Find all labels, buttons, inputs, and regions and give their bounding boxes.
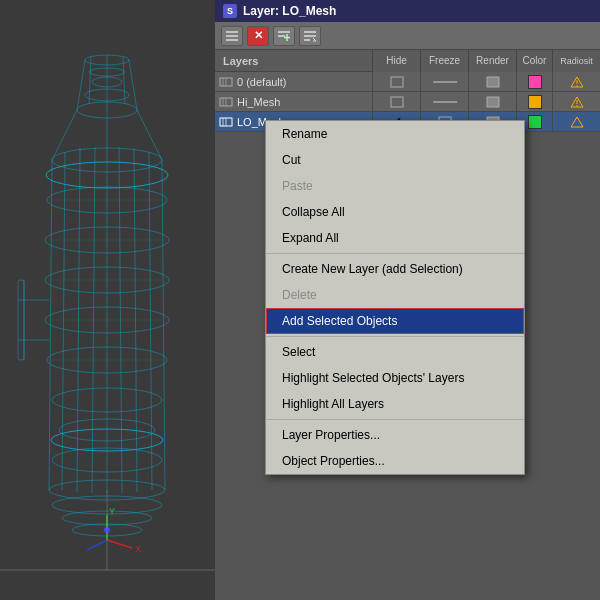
svg-rect-71 [487,77,499,87]
layer-cell-color-himesh[interactable] [516,92,552,112]
ctx-object-properties[interactable]: Object Properties... [266,448,524,474]
svg-text:Y: Y [109,506,115,516]
ctx-paste[interactable]: Paste [266,173,524,199]
layer-row-himesh[interactable]: Hi_Mesh [215,92,600,112]
layer-icon-lomesh [219,115,233,129]
layer-cell-hide-default[interactable] [372,72,420,92]
svg-rect-80 [487,97,499,107]
ctx-select[interactable]: Select [266,339,524,365]
close-toolbar-btn[interactable]: ✕ [247,26,269,46]
ctx-expand-all[interactable]: Expand All [266,225,524,251]
main-panel: S Layer: LO_Mesh ✕ [215,0,600,600]
layer-cell-radio-lomesh[interactable] [552,112,600,132]
svg-text:X: X [135,544,141,554]
layer-cell-freeze-himesh[interactable] [420,92,468,112]
toolbar: ✕ [215,22,600,50]
ctx-layer-properties[interactable]: Layer Properties... [266,422,524,448]
options-toolbar-btn[interactable] [299,26,321,46]
ctx-rename[interactable]: Rename [266,121,524,147]
layer-cell-color-default[interactable] [516,72,552,92]
title-bar: S Layer: LO_Mesh [215,0,600,22]
ctx-sep-1 [266,253,524,254]
svg-marker-89 [571,117,583,127]
title-bar-icon: S [223,4,237,18]
new-layer-btn[interactable] [273,26,295,46]
layer-cell-radio-himesh[interactable] [552,92,600,112]
svg-point-74 [576,85,578,87]
col-freeze: Freeze [420,50,468,72]
col-render: Render [468,50,516,72]
context-menu: Rename Cut Paste Collapse All Expand All… [265,120,525,475]
layers-title: Layers [215,53,372,69]
layer-cell-radio-default[interactable] [552,72,600,92]
ctx-sep-2 [266,336,524,337]
ctx-sep-3 [266,419,524,420]
ctx-create-new-layer[interactable]: Create New Layer (add Selection) [266,256,524,282]
layer-name-cell-default: 0 (default) [215,75,372,89]
layer-cell-render-default[interactable] [468,72,516,92]
viewport-3d: X Y [0,0,215,600]
layer-name-cell-himesh: Hi_Mesh [215,95,372,109]
layer-cell-render-himesh[interactable] [468,92,516,112]
col-hide: Hide [372,50,420,72]
svg-rect-68 [391,77,403,87]
layer-icon-default [219,75,233,89]
ctx-cut[interactable]: Cut [266,147,524,173]
col-radio: Radiosit [552,50,600,72]
layers-column-headers: Layers Hide Freeze Render Color Radiosit [215,50,600,72]
layers-toolbar-btn[interactable] [221,26,243,46]
ctx-highlight-all-layers[interactable]: Highlight All Layers [266,391,524,417]
ctx-highlight-selected-layers[interactable]: Highlight Selected Objects' Layers [266,365,524,391]
ctx-delete[interactable]: Delete [266,282,524,308]
layer-name-default: 0 (default) [237,76,287,88]
layer-cell-freeze-default[interactable] [420,72,468,92]
svg-point-83 [576,105,578,107]
layer-row-default[interactable]: 0 (default) [215,72,600,92]
col-color: Color [516,50,552,72]
ctx-collapse-all[interactable]: Collapse All [266,199,524,225]
layer-icon-himesh [219,95,233,109]
ctx-add-selected-objects[interactable]: Add Selected Objects [266,308,524,334]
layer-cell-hide-himesh[interactable] [372,92,420,112]
svg-rect-78 [391,97,403,107]
title-bar-text: Layer: LO_Mesh [243,4,336,18]
layer-name-himesh: Hi_Mesh [237,96,280,108]
